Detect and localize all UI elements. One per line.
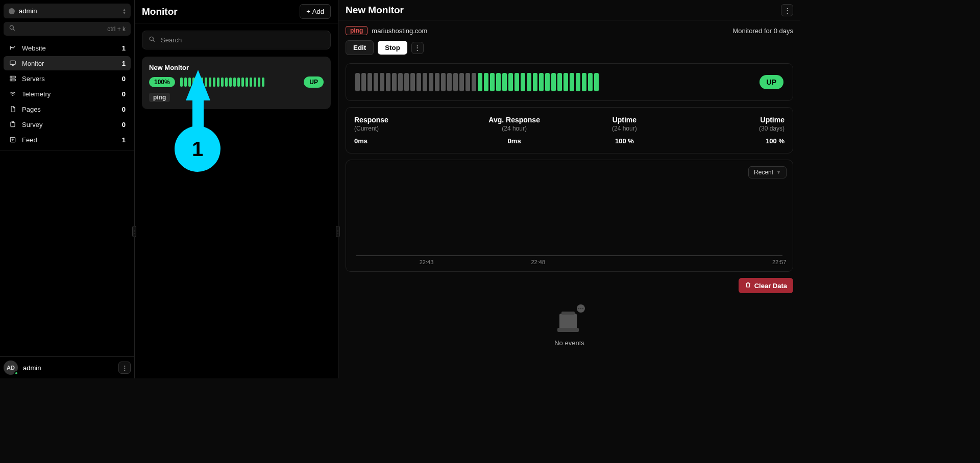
- stat-label: Response: [354, 116, 454, 124]
- add-monitor-label: Add: [312, 8, 324, 15]
- mini-heartbeat-bars: [180, 78, 264, 87]
- sidebar-item-label: Telemetry: [22, 90, 117, 98]
- svg-line-11: [153, 40, 155, 42]
- monitor-icon: [9, 59, 17, 67]
- survey-icon: [9, 120, 17, 128]
- no-events-block: No events: [338, 296, 800, 357]
- chart-range-label: Recent: [754, 169, 773, 176]
- sidebar-item-count: 0: [122, 121, 126, 128]
- sidebar-item-website[interactable]: Website 1: [4, 41, 131, 55]
- sidebar-item-telemetry[interactable]: Telemetry 0: [4, 87, 131, 101]
- monitor-type-tag: ping: [346, 26, 368, 35]
- monitor-host: mariushosting.com: [372, 27, 427, 35]
- search-icon: [9, 24, 16, 33]
- workspace-dot-icon: [9, 8, 15, 14]
- svg-point-10: [150, 37, 153, 40]
- resize-handle[interactable]: ⋮: [132, 226, 136, 237]
- stat-value: 0ms: [464, 137, 565, 145]
- servers-icon: [9, 74, 17, 83]
- status-pill-large: UP: [760, 75, 783, 89]
- sidebar-item-monitor[interactable]: Monitor 1: [4, 56, 131, 70]
- stat-sublabel: (24 hour): [464, 125, 565, 132]
- chevron-down-icon: ▼: [776, 170, 781, 175]
- monitor-detail-header: New Monitor ⋮: [338, 0, 800, 21]
- stat-sublabel: (24 hour): [575, 125, 675, 132]
- chart-icon: [9, 44, 17, 52]
- sidebar-footer: AD admin ⋮: [0, 356, 134, 378]
- heartbeat-panel: UP: [346, 63, 793, 101]
- monitor-card-tags: ping: [149, 93, 324, 102]
- stat-value: 100 %: [684, 137, 785, 145]
- monitor-search[interactable]: Search: [142, 31, 331, 49]
- resize-handle[interactable]: ⋮: [336, 226, 340, 237]
- sidebar-item-label: Monitor: [22, 60, 117, 67]
- sidebar-item-count: 0: [122, 106, 126, 113]
- stat-label: Uptime: [684, 116, 785, 124]
- detail-more-button[interactable]: ⋮: [781, 4, 793, 16]
- svg-rect-14: [557, 328, 579, 332]
- svg-point-0: [10, 25, 13, 29]
- avatar[interactable]: AD: [4, 361, 18, 375]
- no-events-text: No events: [338, 339, 800, 347]
- user-menu-button[interactable]: ⋮: [118, 362, 131, 374]
- svg-point-16: [578, 308, 579, 309]
- monitor-card[interactable]: New Monitor 100% UP ping 1: [142, 57, 331, 109]
- sidebar: admin ▴▾ ctrl + k Website 1 Monitor 1 Se…: [0, 0, 135, 378]
- monitor-actions-button[interactable]: ⋮: [411, 42, 424, 54]
- stat-sublabel: (Current): [354, 125, 454, 132]
- chart-tick: 22:43: [420, 259, 434, 265]
- monitor-list-header: Monitor + Add: [135, 0, 338, 23]
- user-name: admin: [23, 364, 113, 372]
- stat-value: 100 %: [575, 137, 675, 145]
- sidebar-item-count: 1: [122, 60, 126, 67]
- chart-range-select[interactable]: Recent ▼: [748, 166, 787, 178]
- status-pill: UP: [304, 76, 324, 88]
- sidebar-item-label: Survey: [22, 121, 117, 128]
- stop-button[interactable]: Stop: [378, 41, 407, 55]
- heartbeat-bars: [355, 73, 599, 91]
- global-search[interactable]: ctrl + k: [4, 22, 131, 36]
- search-icon: [149, 36, 156, 44]
- clear-data-label: Clear Data: [754, 282, 787, 290]
- sidebar-item-feed[interactable]: Feed 1: [4, 133, 131, 147]
- edit-button[interactable]: Edit: [346, 40, 374, 55]
- monitor-list-panel: Monitor + Add Search New Monitor 100% UP…: [135, 0, 338, 378]
- monitored-for-text: Monitored for 0 days: [732, 27, 793, 35]
- sidebar-item-survey[interactable]: Survey 0: [4, 117, 131, 132]
- sidebar-item-label: Website: [22, 44, 117, 52]
- monitor-detail-title: New Monitor: [346, 5, 781, 16]
- stat-block: Uptime (24 hour) 100 %: [575, 116, 675, 145]
- uptime-percent-pill: 100%: [149, 77, 175, 87]
- clear-data-button[interactable]: Clear Data: [739, 278, 793, 293]
- workspace-name: admin: [19, 7, 119, 15]
- svg-point-18: [582, 308, 583, 309]
- trash-icon: [745, 281, 751, 290]
- monitor-tag: ping: [149, 93, 170, 102]
- monitor-list-title: Monitor: [142, 6, 296, 17]
- workspace-selector[interactable]: admin ▴▾: [4, 4, 131, 18]
- feed-icon: [9, 136, 17, 144]
- svg-rect-13: [561, 312, 575, 315]
- empty-state-icon: [549, 301, 590, 334]
- chart-x-axis: [356, 255, 782, 256]
- wifi-icon: [9, 90, 17, 98]
- stat-block: Response (Current) 0ms: [354, 116, 454, 145]
- monitor-search-placeholder: Search: [161, 36, 182, 44]
- search-shortcut: ctrl + k: [107, 25, 126, 33]
- chevron-updown-icon: ▴▾: [123, 8, 126, 14]
- presence-indicator-icon: [14, 371, 18, 375]
- add-monitor-button[interactable]: + Add: [300, 4, 331, 19]
- svg-point-5: [11, 77, 12, 78]
- sidebar-item-label: Pages: [22, 106, 117, 113]
- pages-icon: [9, 105, 17, 113]
- response-chart: Recent ▼ 22:43 22:48 22:57: [346, 160, 793, 272]
- svg-rect-2: [10, 61, 16, 64]
- annotation-number: 1: [175, 126, 220, 172]
- sidebar-item-label: Servers: [22, 75, 117, 83]
- monitor-card-name: New Monitor: [149, 64, 324, 71]
- sidebar-item-count: 1: [122, 136, 126, 144]
- monitor-detail-panel: New Monitor ⋮ ping mariushosting.com Mon…: [338, 0, 800, 378]
- sidebar-item-pages[interactable]: Pages 0: [4, 102, 131, 116]
- stat-block: Uptime (30 days) 100 %: [684, 116, 785, 145]
- sidebar-item-servers[interactable]: Servers 0: [4, 71, 131, 86]
